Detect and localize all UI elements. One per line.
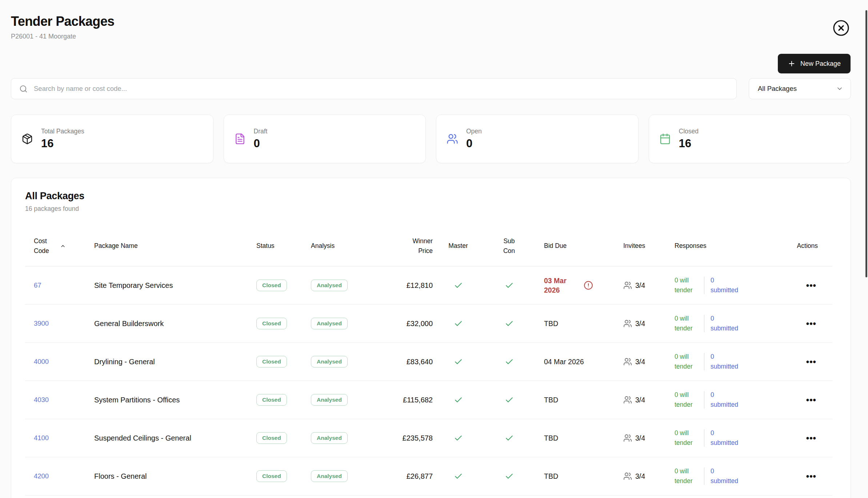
column-label: Status — [256, 241, 275, 250]
row-actions-button[interactable]: ••• — [805, 279, 818, 292]
cost-code-link[interactable]: 3900 — [34, 320, 49, 328]
stat-card-open: Open 0 — [436, 115, 639, 163]
check-icon — [505, 472, 514, 481]
winner-price-cell: £32,000 — [369, 320, 433, 328]
users-icon — [623, 319, 632, 328]
status-badge: Closed — [256, 470, 287, 482]
column-label: Invitees — [623, 241, 645, 250]
will-tender-count: 0 will tender — [675, 428, 697, 448]
plus-icon — [788, 60, 796, 68]
new-package-button[interactable]: New Package — [778, 54, 851, 73]
winner-price: £83,640 — [407, 358, 433, 366]
cost-code-cell: 3900 — [25, 320, 94, 328]
cost-code-cell: 67 — [25, 281, 94, 289]
submitted-count: 0 submitted — [711, 276, 743, 295]
column-header-invitees[interactable]: Invitees — [611, 241, 664, 250]
column-header-master[interactable]: Master — [433, 241, 484, 250]
submitted-count: 0 submitted — [711, 314, 743, 333]
package-name-cell: System Partitions - Offices — [94, 396, 256, 404]
check-icon — [505, 281, 514, 290]
package-filter-select[interactable]: All Packages — [749, 78, 851, 99]
will-tender-count: 0 will tender — [675, 352, 697, 372]
invitees-cell: 3/4 — [611, 434, 664, 442]
responses-cell: 0 will tender 0 submitted — [664, 276, 755, 295]
scrollbar-thumb[interactable] — [865, 10, 867, 277]
column-header-responses[interactable]: Responses — [664, 241, 755, 250]
close-button[interactable] — [832, 19, 850, 37]
analysis-badge: Analysed — [311, 318, 348, 329]
will-tender-count: 0 will tender — [675, 276, 697, 295]
column-header-package-name[interactable]: Package Name — [94, 241, 256, 250]
search-input[interactable] — [34, 85, 728, 93]
row-actions-button[interactable]: ••• — [805, 355, 818, 368]
packages-panel: All Packages 16 packages found Cost Code… — [11, 178, 851, 498]
package-name-cell: Suspended Ceilings - General — [94, 434, 256, 442]
chevron-down-icon — [836, 85, 843, 92]
bid-due-date: 03 Mar 2026 — [544, 276, 578, 295]
table-row[interactable]: 4100 Suspended Ceilings - General Closed… — [25, 419, 832, 457]
table-row[interactable]: 3900 General Builderswork Closed Analyse… — [25, 305, 832, 343]
cost-code-link[interactable]: 4000 — [34, 358, 49, 366]
column-label: Analysis — [311, 241, 335, 250]
column-header-sub-con[interactable]: Sub Con — [484, 236, 535, 256]
status-cell: Closed — [256, 318, 311, 329]
row-actions-button[interactable]: ••• — [805, 317, 818, 330]
column-header-bid-due[interactable]: Bid Due — [535, 241, 611, 250]
search-icon — [19, 85, 28, 93]
page-title: Tender Packages — [11, 14, 857, 29]
winner-price-cell: £26,877 — [369, 472, 433, 481]
winner-price-cell: £12,810 — [369, 281, 433, 290]
table-row[interactable]: 4200 Floors - General Closed Analysed £2… — [25, 457, 832, 495]
cost-code-link[interactable]: 4030 — [34, 396, 49, 404]
bid-due-date: 04 Mar 2026 — [544, 357, 584, 366]
winner-price: £26,877 — [407, 472, 433, 481]
cost-code-link[interactable]: 4200 — [34, 472, 49, 480]
invitees-cell: 3/4 — [611, 319, 664, 328]
master-cell — [433, 395, 484, 405]
filter-selected-value: All Packages — [758, 85, 797, 93]
row-actions-button[interactable]: ••• — [805, 393, 818, 406]
divider — [704, 277, 704, 294]
users-icon — [623, 395, 632, 404]
sort-asc-icon — [60, 243, 66, 249]
stat-value: 0 — [466, 137, 482, 150]
column-header-actions: Actions — [755, 241, 832, 250]
column-header-cost-code[interactable]: Cost Code — [25, 236, 94, 256]
row-actions-button[interactable]: ••• — [805, 470, 818, 483]
analysis-badge: Analysed — [311, 432, 348, 444]
column-label: Package Name — [94, 241, 138, 250]
actions-cell: ••• — [755, 355, 832, 368]
bid-due-cell: TBD — [535, 433, 611, 443]
actions-cell: ••• — [755, 431, 832, 445]
column-label: Actions — [797, 241, 818, 250]
package-name: Floors - General — [94, 472, 147, 481]
status-badge: Closed — [256, 394, 287, 406]
stat-value: 0 — [254, 137, 268, 150]
stat-label: Closed — [679, 128, 699, 135]
table-row[interactable]: 4030 System Partitions - Offices Closed … — [25, 381, 832, 419]
column-header-winner-price[interactable]: Winner Price — [369, 236, 433, 256]
column-label: Winner Price — [407, 236, 433, 256]
bid-due-date: TBD — [544, 471, 558, 481]
analysis-badge: Analysed — [311, 394, 348, 406]
cost-code-link[interactable]: 67 — [34, 281, 41, 289]
divider — [704, 391, 704, 409]
status-cell: Closed — [256, 356, 311, 368]
section-title: All Packages — [25, 190, 832, 202]
table-row[interactable]: 67 Site Temporary Services Closed Analys… — [25, 266, 832, 305]
column-header-analysis[interactable]: Analysis — [311, 241, 369, 250]
check-icon — [454, 281, 463, 290]
cost-code-link[interactable]: 4100 — [34, 434, 49, 442]
divider — [704, 353, 704, 370]
row-actions-button[interactable]: ••• — [805, 431, 818, 445]
search-row: All Packages — [11, 78, 851, 99]
analysis-badge: Analysed — [311, 470, 348, 482]
column-header-status[interactable]: Status — [256, 241, 311, 250]
cost-code-cell: 4200 — [25, 472, 94, 480]
check-icon — [505, 357, 514, 366]
status-cell: Closed — [256, 470, 311, 482]
bid-due-date: TBD — [544, 319, 558, 328]
table-row[interactable]: 4000 Drylining - General Closed Analysed… — [25, 343, 832, 381]
analysis-cell: Analysed — [311, 394, 369, 406]
analysis-cell: Analysed — [311, 280, 369, 291]
